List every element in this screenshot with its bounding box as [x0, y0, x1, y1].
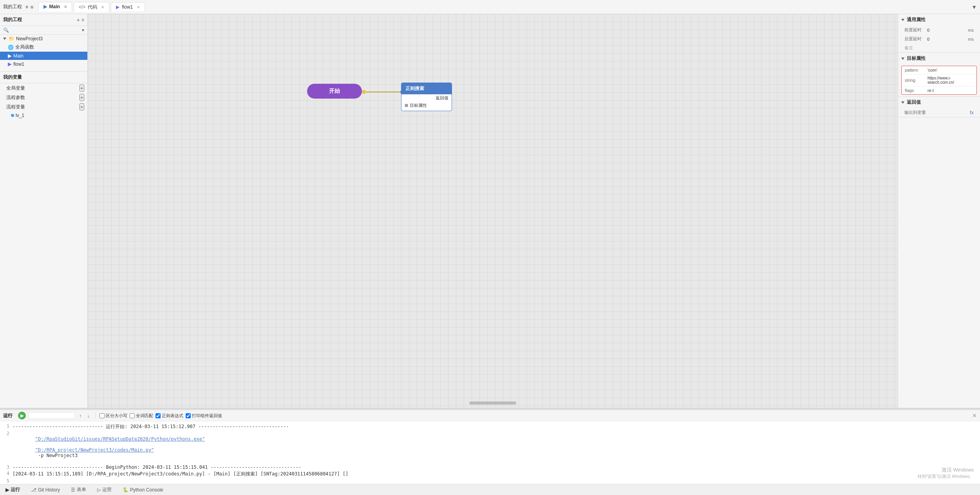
- log-link-main-py[interactable]: "D:/RPA_project/NewProject3/codes/Main.p…: [35, 447, 154, 453]
- log-line-4: 4 [2024-03-11 15:15:15,189] [D:/RPA_proj…: [3, 470, 977, 478]
- add-tab-button[interactable]: +: [25, 4, 29, 11]
- log-num-5: 5: [3, 478, 9, 484]
- regex-return-label: 返回值: [401, 94, 452, 102]
- win-activate-title: 激活 Windows: [918, 466, 974, 473]
- start-node[interactable]: 开始: [307, 84, 362, 99]
- log-link-pythons[interactable]: "D:/RpaStudioGit/issues/RPASetupDate2020…: [35, 436, 205, 442]
- flow-vars-section: 流程变量 +: [0, 102, 87, 112]
- return-value-title[interactable]: 返回值: [898, 97, 980, 108]
- flags-value: re.I: [928, 88, 973, 93]
- search-dropdown-icon[interactable]: ▾: [82, 27, 84, 33]
- common-props-title[interactable]: 通用属性: [898, 14, 980, 25]
- canvas-area[interactable]: 开始 正则搜索 返回值 ⊞ 目标属性: [88, 14, 898, 408]
- flow1-tab-label: flow1: [122, 4, 133, 10]
- pre-delay-label: 前置延时: [904, 27, 924, 33]
- main-tab-close[interactable]: ✕: [64, 5, 67, 9]
- canvas-scrollbar[interactable]: [469, 401, 516, 405]
- search-icon: 🔍: [3, 27, 9, 33]
- target-props-section: 目标属性 pattern 'com' string https://www.i-…: [898, 53, 980, 97]
- main-layout: 我的工程 + ≡ 🔍 ▾ 📁 NewProject3 🌐 全局函数 ▶ Main…: [0, 14, 980, 408]
- target-props-label: 目标属性: [907, 55, 926, 62]
- scroll-down-button[interactable]: ↓: [86, 412, 92, 419]
- fx-button[interactable]: fx: [970, 110, 974, 115]
- global-vars-section: 全局变量 +: [0, 83, 87, 93]
- tree-item-global-func[interactable]: 🌐 全局函数: [0, 43, 87, 52]
- status-tab-python[interactable]: 🐍 Python Console: [120, 486, 166, 493]
- log-num-4: 4: [3, 471, 9, 477]
- log-text-1: -------------------------------- 运行开始: 2…: [13, 423, 977, 430]
- var-dot-icon: [11, 114, 14, 117]
- menu-button[interactable]: ≡: [30, 4, 33, 10]
- pattern-value: 'com': [928, 68, 973, 72]
- string-row: string https://www.i-search.com.cn/: [902, 74, 976, 86]
- status-tab-git[interactable]: ⎇ Git History: [29, 486, 62, 493]
- tree-item-main-label: Main: [13, 53, 24, 59]
- tabs-dropdown-button[interactable]: ▼: [971, 4, 977, 10]
- tree-item-newproject3[interactable]: 📁 NewProject3: [0, 35, 87, 43]
- regex-node[interactable]: 正则搜索 返回值 ⊞ 目标属性: [401, 83, 452, 111]
- regex-attr-label: 目标属性: [410, 103, 427, 108]
- status-bar: ▶ 运行 ⎇ Git History ☰ 表单 ▷ 运营 🐍 Python Co…: [0, 484, 980, 495]
- tab-flow1[interactable]: ▶ flow1 ✕: [111, 2, 145, 11]
- flags-label: flags: [905, 88, 924, 93]
- tab-code[interactable]: </> 代码 ✕: [74, 2, 109, 12]
- start-connector-dot: [362, 90, 366, 94]
- flow-vars-add-button[interactable]: +: [80, 103, 84, 110]
- connection-line: [366, 92, 404, 92]
- log-line-1: 1 -------------------------------- 运行开始:…: [3, 423, 977, 430]
- regex-text: 正则表达式: [162, 413, 183, 419]
- whole-word-checkbox[interactable]: [130, 413, 135, 418]
- run-button[interactable]: ▶: [18, 412, 26, 419]
- target-props-title[interactable]: 目标属性: [898, 53, 980, 64]
- log-text-5: [2024-03-11 15:15:15,190] [Main] [正则搜索] …: [13, 478, 977, 484]
- flow-params-add-button[interactable]: +: [80, 94, 84, 101]
- string-label: string: [905, 78, 924, 83]
- python-icon: 🐍: [123, 487, 128, 493]
- sidebar-search-container: 🔍 ▾: [0, 26, 87, 35]
- log-space-1: [35, 442, 38, 447]
- print-return-text: 打印组件返回值: [192, 413, 222, 419]
- start-node-label: 开始: [329, 88, 340, 95]
- tab-main[interactable]: ▶ Main ✕: [38, 2, 72, 12]
- vars-title: 我的变量: [3, 74, 22, 81]
- tree-item-main[interactable]: ▶ Main: [0, 52, 87, 60]
- log-search-input[interactable]: [28, 412, 75, 419]
- print-return-checkbox[interactable]: [186, 413, 191, 418]
- win-activate-area: 激活 Windows 转到"设置"以激活 Windows。: [918, 466, 974, 479]
- bottom-toolbar: 运行 ▶ ↑ ↓ 区分大小写 全词匹配 正则表达式 打印组件返回值 ✕: [0, 410, 980, 421]
- log-line-3: 3 -------------------------------- Begin…: [3, 464, 977, 470]
- case-sensitive-text: 区分大小写: [106, 413, 127, 419]
- scroll-up-button[interactable]: ↑: [78, 412, 83, 419]
- attr-expand-icon: ⊞: [405, 103, 408, 108]
- bottom-panel-close-button[interactable]: ✕: [972, 412, 977, 419]
- post-delay-value: 0: [927, 37, 965, 41]
- search-input[interactable]: [11, 27, 80, 33]
- pre-delay-row: 前置延时 0 ms: [898, 25, 980, 34]
- flow1-tab-close[interactable]: ✕: [137, 5, 140, 9]
- sidebar-menu-button[interactable]: ≡: [81, 17, 84, 23]
- sidebar-add-button[interactable]: +: [77, 17, 80, 23]
- flow1-tab-icon: ▶: [116, 4, 119, 10]
- code-tab-icon: </>: [79, 4, 85, 10]
- regex-label: 正则表达式: [155, 413, 183, 419]
- pattern-label: pattern: [905, 68, 924, 72]
- git-icon: ⎇: [31, 487, 36, 493]
- regex-checkbox[interactable]: [155, 413, 161, 418]
- global-vars-add-button[interactable]: +: [80, 85, 84, 92]
- pre-delay-unit: ms: [968, 28, 974, 32]
- status-tab-test[interactable]: ☰ 表单: [69, 486, 89, 494]
- tree-item-flow1[interactable]: ▶ flow1: [0, 60, 87, 68]
- regex-attr-row: ⊞ 目标属性: [401, 102, 452, 111]
- print-return-label: 打印组件返回值: [186, 413, 222, 419]
- log-num-2: 2: [3, 431, 9, 464]
- status-tab-run[interactable]: ▶ 运行: [3, 486, 22, 494]
- regex-node-title: 正则搜索: [405, 85, 424, 92]
- var-item-lv1[interactable]: lv_1: [0, 112, 87, 119]
- left-sidebar: 我的工程 + ≡ 🔍 ▾ 📁 NewProject3 🌐 全局函数 ▶ Main…: [0, 14, 88, 408]
- code-tab-close[interactable]: ✕: [101, 5, 104, 9]
- folder-icon: 📁: [9, 36, 14, 41]
- target-props-box: pattern 'com' string https://www.i-searc…: [901, 66, 977, 95]
- target-props-chevron: [901, 58, 904, 60]
- case-sensitive-checkbox[interactable]: [99, 413, 105, 418]
- status-tab-continue[interactable]: ▷ 运营: [95, 486, 114, 494]
